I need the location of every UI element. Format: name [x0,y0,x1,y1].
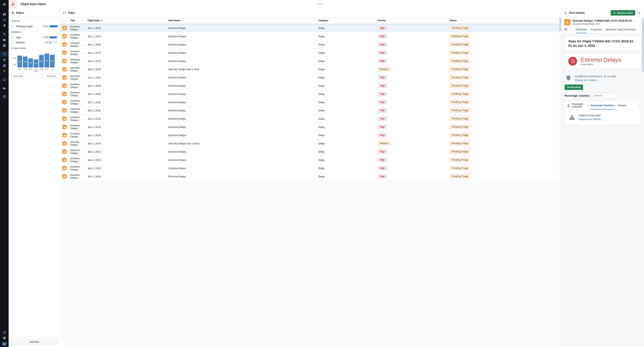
resolve-alert-button[interactable]: Resolve Alert [611,10,635,16]
folder-icon[interactable] [0,37,8,43]
cell-priority: High [376,32,448,40]
table-row[interactable]: Extreme Delays: Jan 1, 2018 Extreme Dela… [60,98,559,106]
search-icon[interactable] [0,17,8,23]
permissions-error-link[interactable]: Display error details… [574,78,616,82]
passenger-country-search-input[interactable] [592,93,617,98]
table-row[interactable]: Extreme Delays: Jan 1, 2018 Extreme Dela… [60,24,559,32]
column-header[interactable]: Rule Name [166,17,316,24]
rail-search-active-icon[interactable] [0,51,8,57]
collapse-panel-icon[interactable] [637,11,641,15]
cell-date: Jan 1, 2018 [86,49,166,57]
cell-rule: Extreme Delays [166,32,316,40]
svg-rect-65 [64,111,64,111]
svg-text:Apr: Apr [35,68,38,70]
history-icon[interactable] [0,31,8,37]
table-row[interactable]: Extreme Delays: Jan 1, 2018 Extreme Dela… [60,115,559,123]
sort-icon[interactable]: ⇅ [100,19,102,22]
svg-rect-46 [64,36,64,36]
tabs-menu-icon[interactable] [564,28,567,32]
table-row[interactable]: Extreme Delays: Jan 1, 2018 Extreme Dela… [60,82,559,90]
cell-date: Jan 1, 2018 [86,172,166,180]
svg-rect-70 [64,134,64,135]
deescalate-button[interactable]: De-escalate [565,84,583,90]
cell-title: Extreme Delays: [68,40,86,49]
svg-rect-51 [64,53,64,53]
favorite-star-icon[interactable]: ☆ [633,19,636,22]
details-tab[interactable]: [Example Data] Passengers [606,26,636,33]
layout-icon[interactable] [0,63,8,68]
home-icon[interactable] [0,11,8,17]
cell-rule: Extreme Delays [166,74,316,82]
monitor-icon[interactable] [0,77,8,83]
folder-open-icon[interactable] [0,85,8,91]
filter-row[interactable]: Medium 216 [11,40,58,45]
svg-text:Jan: Jan [18,68,21,70]
column-header[interactable]: Priority [376,17,448,24]
table-row[interactable]: Security Delays Jan 1, 2018 Security Del… [60,140,559,148]
table-row[interactable]: Extreme Delays: Jan 1, 2018 Extreme Dela… [60,131,559,140]
tabs-next-icon[interactable] [639,28,641,31]
svg-rect-58 [64,85,64,86]
collapse-sidebar-icon[interactable] [0,0,8,9]
cell-rule: Extreme Delays [166,156,316,164]
svg-rect-54 [64,69,64,70]
subtabs-prev-icon[interactable] [586,104,590,107]
filter-row[interactable]: Pending Triage 2,511 [11,24,58,29]
tabs-prev-icon[interactable] [570,28,573,31]
details-scrollbar[interactable] [642,18,644,72]
table-row[interactable]: Extreme Delays: Jan 1, 2018 Extreme Dela… [60,164,559,172]
cell-status: Pending Triage [448,98,553,106]
table-row[interactable]: Extreme Delays: Jan 1, 2018 Extreme Dela… [60,156,559,164]
table-row[interactable]: Security Delays Jan 1, 2018 Security Del… [60,65,559,74]
cube-icon[interactable] [0,57,8,63]
drag-handle-icon[interactable] [316,3,324,5]
table-row[interactable]: Extreme Delays: Jan 1, 2018 Extreme Dela… [60,49,559,57]
add-filter-button[interactable]: Add filter [11,339,58,345]
table-scrollbar[interactable] [560,18,561,31]
shapes-icon[interactable] [0,329,8,335]
table-row[interactable]: Extreme Delays: Jan 1, 2018 Extreme Dela… [60,32,559,40]
cell-category: Delay [316,90,376,98]
table-row[interactable]: Extreme Delays: Jan 1, 2018 Extreme Dela… [60,106,559,115]
column-header[interactable]: Flight Date⇅ [86,17,166,24]
table-row[interactable]: Extreme Delays: Jan 1, 2018 Extreme Dela… [60,90,559,98]
package-icon[interactable] [0,94,8,100]
subtabs-next-icon[interactable] [636,104,641,107]
column-header[interactable]: Status [448,17,553,24]
user-avatar[interactable]: EJ [2,342,7,346]
passenger-sub-tab[interactable]: Passenger Statistics [590,102,615,110]
details-tab[interactable]: Overview [576,26,587,33]
load-fail-link[interactable]: Display error details… [579,118,603,120]
column-header[interactable]: Category [316,17,376,24]
help-icon[interactable]: ? [0,335,8,341]
checkbox[interactable] [11,36,14,39]
column-header[interactable]: Title [68,17,86,24]
end-date-input[interactable] [45,74,60,79]
filter-stack-icon[interactable] [0,68,8,74]
table-row[interactable]: Extreme Delays: Jan 1, 2018 Extreme Dela… [60,74,559,82]
cell-title: Extreme Delays: [68,49,86,57]
details-tab[interactable]: Properties [591,26,602,33]
svg-rect-87 [572,118,572,119]
svg-rect-13 [3,64,6,65]
flight-date-chart[interactable]: 100300378Jan348Feb288Mar254Apr397May441J… [11,51,58,72]
svg-rect-52 [64,60,64,61]
apps-grid-icon[interactable] [0,43,8,48]
checkbox[interactable] [11,25,14,28]
table-row[interactable]: Extreme Delays: Jan 1, 2018 Extreme Dela… [60,40,559,49]
table-row[interactable]: Extreme Delays: Jan 1, 2018 Extreme Dela… [60,123,559,131]
passenger-sub-tab[interactable]: Passen [618,102,626,110]
notifications-icon[interactable] [0,23,8,28]
filter-row[interactable]: High 2,295 [11,35,58,40]
table-row[interactable]: Extreme Delays: Jan 1, 2018 Extreme Dela… [60,172,559,180]
cell-date: Jan 1, 2018 [86,123,166,131]
cell-date: Jan 1, 2018 [86,98,166,106]
table-row[interactable]: Extreme Delays: Jan 1, 2018 Extreme Dela… [60,57,559,65]
checkbox[interactable] [11,41,14,44]
cell-rule: Extreme Delays [166,172,316,180]
alert-row-icon [62,116,66,121]
table-row[interactable]: Extreme Delays: Jan 1, 2018 Extreme Dela… [60,148,559,156]
start-date-input[interactable] [11,74,44,79]
svg-rect-8 [3,46,4,47]
cell-category: Delay [316,32,376,40]
